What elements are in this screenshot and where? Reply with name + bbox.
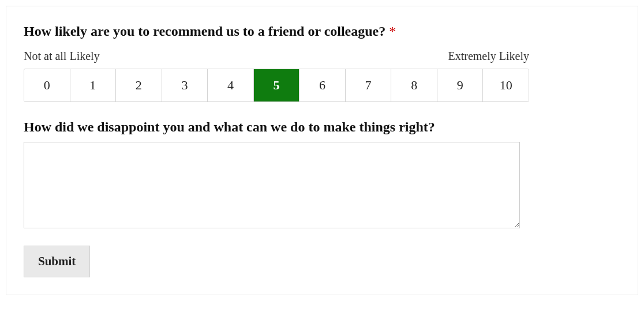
feedback-question-label: How did we disappoint you and what can w… [24, 119, 620, 135]
scale-option-0[interactable]: 0 [24, 69, 70, 101]
scale-option-1[interactable]: 1 [70, 69, 117, 101]
scale-option-6[interactable]: 6 [299, 69, 346, 101]
scale-high-label: Extremely Likely [448, 50, 529, 63]
scale-option-8[interactable]: 8 [391, 69, 437, 101]
survey-form: How likely are you to recommend us to a … [6, 6, 638, 295]
scale-option-10[interactable]: 10 [483, 69, 529, 101]
required-indicator: * [389, 24, 396, 39]
submit-button[interactable]: Submit [24, 246, 90, 277]
scale-option-2[interactable]: 2 [116, 69, 162, 101]
nps-question-label: How likely are you to recommend us to a … [24, 24, 620, 39]
scale-option-4[interactable]: 4 [208, 69, 254, 101]
scale-option-5[interactable]: 5 [254, 69, 300, 101]
nps-question-text: How likely are you to recommend us to a … [24, 24, 385, 39]
feedback-textarea[interactable] [24, 142, 520, 228]
scale-option-9[interactable]: 9 [437, 69, 484, 101]
scale-low-label: Not at all Likely [24, 50, 100, 63]
nps-scale: 0 1 2 3 4 5 6 7 8 9 10 [24, 69, 529, 102]
scale-anchor-labels: Not at all Likely Extremely Likely [24, 50, 529, 63]
scale-option-3[interactable]: 3 [162, 69, 208, 101]
scale-option-7[interactable]: 7 [346, 69, 392, 101]
